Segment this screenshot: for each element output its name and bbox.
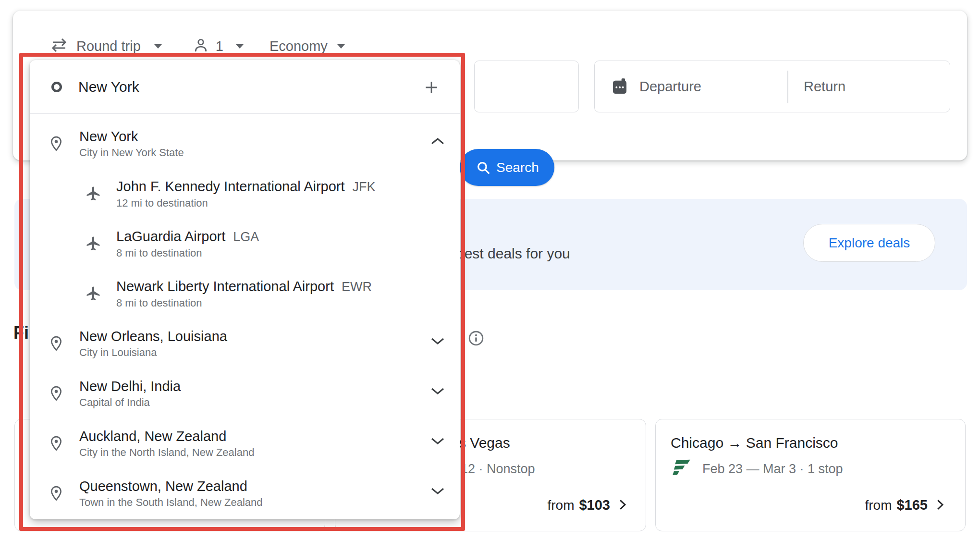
suggestion-title: Queenstown, New Zealand <box>79 478 263 494</box>
explore-deals-button[interactable]: Explore deals <box>803 224 935 262</box>
deal-card-chicago-sf[interactable]: Chicago → San Francisco Feb 23 — Mar 3 ·… <box>655 419 966 531</box>
suggestion-new-orleans[interactable]: New Orleans, Louisiana City in Louisiana <box>30 319 460 368</box>
suggestion-subtitle: City in the North Island, New Zealand <box>79 446 254 459</box>
trip-type-selector[interactable]: Round trip <box>76 38 141 54</box>
chevron-down-icon[interactable] <box>236 44 244 49</box>
origin-autocomplete-dropdown: New York New York City in New York State <box>30 60 460 519</box>
destination-input[interactable] <box>474 61 579 112</box>
suggestion-subtitle: 8 mi to destination <box>116 297 372 309</box>
price-amount: $165 <box>896 497 928 513</box>
deal-card-title: Chicago → San Francisco <box>671 435 838 451</box>
suggestion-title: New York <box>79 128 184 145</box>
price-amount: $103 <box>579 497 610 513</box>
cheap-flights-heading: Fi <box>13 323 29 343</box>
location-pin-icon <box>48 135 64 152</box>
location-pin-icon <box>48 385 64 402</box>
airplane-icon <box>85 185 101 202</box>
chevron-down-icon[interactable] <box>430 486 445 498</box>
suggestion-lga-airport[interactable]: LaGuardia AirportLGA 8 mi to destination <box>30 219 460 269</box>
suggestion-new-delhi[interactable]: New Delhi, India Capital of India <box>30 368 460 418</box>
info-icon[interactable] <box>467 330 485 349</box>
suggestion-title: Auckland, New Zealand <box>79 428 254 444</box>
magnifier-icon <box>476 160 490 175</box>
location-pin-icon <box>48 435 64 452</box>
suggestion-subtitle: 12 mi to destination <box>116 197 376 209</box>
person-icon <box>193 37 209 55</box>
suggestion-list: New York City in New York State John F. … <box>30 114 460 518</box>
price-prefix: from <box>547 498 574 513</box>
plus-icon[interactable] <box>423 79 440 98</box>
price-prefix: from <box>865 498 892 513</box>
suggestion-title: New Delhi, India <box>79 378 181 394</box>
chevron-right-icon <box>616 498 628 513</box>
search-button-label: Search <box>496 160 539 175</box>
return-date-input[interactable]: Return <box>804 79 845 95</box>
suggestion-title: John F. Kennedy International AirportJFK <box>116 178 376 195</box>
swap-horizontal-arrows-icon <box>49 38 69 54</box>
circle-outline-icon <box>51 82 62 92</box>
chevron-down-icon[interactable] <box>337 44 345 49</box>
chevron-right-icon <box>933 498 946 513</box>
location-pin-icon <box>48 485 64 502</box>
suggestion-subtitle: City in New York State <box>79 147 184 159</box>
chevron-down-icon[interactable] <box>430 436 445 448</box>
date-field-divider <box>787 71 788 103</box>
deal-card-title: s Vegas <box>459 435 510 451</box>
suggestion-title: Newark Liberty International AirportEWR <box>116 278 372 295</box>
calendar-icon <box>611 77 628 98</box>
origin-input-value: New York <box>78 79 139 95</box>
suggestion-title: LaGuardia AirportLGA <box>116 228 259 245</box>
suggestion-subtitle: Town in the South Island, New Zealand <box>79 496 263 509</box>
passenger-count-selector[interactable]: 1 <box>216 38 223 54</box>
suggestion-jfk-airport[interactable]: John F. Kennedy International AirportJFK… <box>30 169 460 219</box>
promo-message: best deals for you <box>456 245 570 262</box>
search-button[interactable]: Search <box>460 149 554 186</box>
location-pin-icon <box>48 335 64 352</box>
suggestion-ewr-airport[interactable]: Newark Liberty International AirportEWR … <box>30 269 460 319</box>
suggestion-queenstown[interactable]: Queenstown, New Zealand Town in the Sout… <box>30 468 460 518</box>
airport-code: LGA <box>233 230 259 244</box>
date-range-field[interactable]: Departure Return <box>594 61 950 112</box>
airport-code: EWR <box>342 280 372 294</box>
chevron-up-icon[interactable] <box>430 136 445 148</box>
airplane-icon <box>85 235 101 252</box>
chevron-down-icon[interactable] <box>430 336 445 348</box>
suggestion-new-york[interactable]: New York City in New York State <box>30 119 460 169</box>
cabin-class-selector[interactable]: Economy <box>270 38 328 54</box>
explore-deals-label: Explore deals <box>829 235 910 251</box>
origin-input[interactable]: New York <box>30 60 460 114</box>
airplane-icon <box>85 285 101 302</box>
suggestion-subtitle: Capital of India <box>79 396 181 409</box>
deal-card-subtitle: 12 · Nonstop <box>461 462 535 477</box>
suggestion-subtitle: 8 mi to destination <box>116 247 259 259</box>
trip-options-toolbar: Round trip 1 Economy <box>49 36 345 57</box>
chevron-down-icon[interactable] <box>430 386 445 398</box>
suggestion-title: New Orleans, Louisiana <box>79 328 227 344</box>
departure-date-input[interactable]: Departure <box>639 79 701 95</box>
deal-card-subtitle: Feb 23 — Mar 3 · 1 stop <box>702 462 843 477</box>
suggestion-auckland[interactable]: Auckland, New Zealand City in the North … <box>30 418 460 468</box>
frontier-airlines-icon <box>671 458 693 479</box>
airport-code: JFK <box>353 180 376 194</box>
suggestion-subtitle: City in Louisiana <box>79 346 227 359</box>
chevron-down-icon[interactable] <box>154 44 162 49</box>
